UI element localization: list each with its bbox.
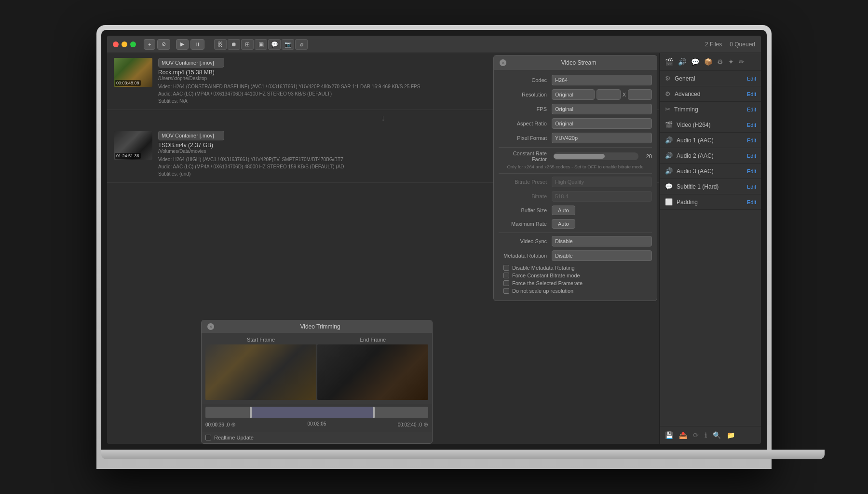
start-frame-image: [205, 344, 316, 400]
save-icon[interactable]: 💾: [664, 430, 674, 440]
record-button[interactable]: ⏺: [228, 39, 240, 50]
crf-slider[interactable]: [554, 152, 638, 160]
trim-selection: [250, 407, 372, 418]
audio3-edit-link[interactable]: Edit: [747, 168, 756, 174]
speech-button[interactable]: 💬: [268, 39, 281, 50]
sidebar-icon-video[interactable]: 🎬: [664, 57, 674, 67]
checkbox-row-1: Disable Metadata Rotating: [499, 265, 652, 271]
sidebar-bottom-icons: 💾 📤 ⟳ ℹ 🔍 📁: [660, 426, 761, 444]
aspect-ratio-label: Aspect Ratio: [499, 121, 552, 126]
audio3-icon: 🔊: [665, 167, 673, 175]
play-button[interactable]: ▶: [176, 39, 189, 50]
metadata-rotation-select[interactable]: Disable: [552, 250, 652, 261]
trim-slider-track[interactable]: [205, 407, 428, 418]
sidebar-icon-wand[interactable]: ✦: [727, 57, 735, 67]
add-file-button[interactable]: +: [144, 39, 155, 50]
resolution-x: X: [623, 92, 626, 97]
general-icon: ⚙: [665, 75, 671, 82]
toolbar-tools-group: ⛓ ⏺ ⊞ ▣ 💬 📷 ⌀: [214, 39, 308, 50]
buffer-size-auto-btn[interactable]: Auto: [552, 206, 575, 215]
stop-button[interactable]: ⊘: [157, 39, 170, 50]
realtime-checkbox[interactable]: [205, 435, 211, 440]
search-bottom-icon[interactable]: 🔍: [712, 430, 722, 440]
resolution-height[interactable]: [628, 89, 652, 100]
info-icon[interactable]: ℹ: [704, 430, 708, 440]
bitrate-preset-select[interactable]: High Quality: [552, 177, 652, 187]
audio1-icon: 🔊: [665, 137, 673, 144]
checkbox-constant-bitrate[interactable]: [503, 273, 509, 278]
vs-close-button[interactable]: ✕: [500, 59, 506, 66]
maximum-rate-row: Maximum Rate Auto: [499, 219, 652, 229]
trimming-title: Video Trimming: [214, 323, 426, 330]
subtitle1-edit-link[interactable]: Edit: [747, 184, 756, 190]
aspect-ratio-select[interactable]: Original: [552, 118, 652, 129]
video-label: Video (H264): [677, 122, 711, 128]
grid-button[interactable]: ⊞: [241, 39, 254, 50]
folder-icon[interactable]: 📁: [726, 430, 736, 440]
export-icon[interactable]: 📤: [678, 430, 688, 440]
padding-edit-link[interactable]: Edit: [747, 199, 756, 205]
minimize-button[interactable]: [122, 41, 127, 47]
camera-button[interactable]: 📷: [282, 39, 294, 50]
padding-label: Padding: [677, 199, 698, 206]
sidebar-icon-package[interactable]: 📦: [703, 57, 713, 67]
checkbox-no-scale-up[interactable]: [503, 288, 509, 294]
slash-button[interactable]: ⌀: [295, 39, 308, 50]
bitrate-preset-label: Bitrate Preset: [499, 179, 552, 185]
convert-icon[interactable]: ⟳: [692, 430, 700, 440]
trim-handle-start[interactable]: [250, 407, 252, 418]
crf-row: Constant Rate Factor 20: [499, 151, 652, 162]
sidebar-icon-audio[interactable]: 🔊: [677, 57, 687, 67]
format-select-rock[interactable]: MOV Container [.mov]: [158, 58, 224, 68]
video-edit-link[interactable]: Edit: [747, 122, 756, 128]
pause-button[interactable]: ⏸: [190, 39, 204, 50]
maximum-rate-auto-btn[interactable]: Auto: [552, 219, 575, 229]
sidebar-section-trimming: ✂ Trimming Edit: [660, 102, 761, 117]
maximize-button[interactable]: [130, 41, 136, 47]
toolbar-add-group: + ⊘: [144, 39, 170, 50]
trimming-close-button[interactable]: ✕: [207, 323, 214, 330]
resolution-width[interactable]: [597, 89, 621, 100]
format-select-tsob[interactable]: MOV Container [.mov]: [158, 131, 224, 140]
checkbox-label-3: Force the Selected Framerate: [512, 280, 583, 286]
sidebar-top-icons: 🎬 🔊 💬 📦 ⚙ ✦ ✏: [660, 53, 761, 71]
end-time-value: 00:02:40: [398, 422, 417, 427]
end-frame-label: End Frame: [317, 337, 428, 343]
codec-select[interactable]: H264: [552, 75, 652, 85]
audio2-label: Audio 2 (AAC): [677, 152, 714, 159]
file-thumbnail-rock: 00:03:48.08: [114, 58, 152, 87]
resolution-select[interactable]: Original: [552, 89, 595, 100]
frame-button[interactable]: ▣: [255, 39, 267, 50]
video-sync-select[interactable]: Disable: [552, 236, 652, 247]
audio1-label: Audio 1 (AAC): [677, 137, 714, 144]
close-button[interactable]: [113, 41, 119, 47]
mid-time-display: 00:02:05: [308, 421, 326, 428]
audio3-label: Audio 3 (AAC): [677, 168, 714, 175]
link-button[interactable]: ⛓: [214, 39, 227, 50]
audio1-edit-link[interactable]: Edit: [747, 137, 756, 143]
checkbox-framerate[interactable]: [503, 280, 509, 286]
advanced-edit-link[interactable]: Edit: [747, 91, 756, 97]
sidebar-icon-tools[interactable]: ⚙: [716, 57, 724, 67]
laptop-shell: + ⊘ ▶ ⏸ ⛓ ⏺ ⊞ ▣ 💬 �: [96, 25, 772, 469]
fps-select[interactable]: Original: [552, 104, 652, 114]
buffer-size-row: Buffer Size Auto: [499, 206, 652, 215]
trim-times: 00:00:36 .0 ⊕ 00:02:05 00:02:40 .0 ⊕: [205, 420, 428, 429]
vs-body: Codec H264 Resolution Original: [494, 70, 657, 301]
sidebar-icon-pen[interactable]: ✏: [738, 57, 746, 67]
audio2-edit-link[interactable]: Edit: [747, 153, 756, 159]
screen-bezel: + ⊘ ▶ ⏸ ⛓ ⏺ ⊞ ▣ 💬 �: [101, 30, 767, 450]
general-edit-link[interactable]: Edit: [747, 76, 756, 82]
sidebar-icon-subtitle[interactable]: 💬: [690, 57, 700, 67]
checkbox-metadata-rotating[interactable]: [503, 265, 509, 271]
trimming-header: ✕ Video Trimming: [202, 320, 432, 333]
start-time-display: 00:00:36 .0 ⊕: [205, 421, 236, 428]
bitrate-preset-row: Bitrate Preset High Quality: [499, 177, 652, 187]
trim-handle-end[interactable]: [373, 407, 375, 418]
trimming-edit-link[interactable]: Edit: [747, 107, 756, 112]
pixel-format-select[interactable]: YUV420p: [552, 133, 652, 143]
sidebar-section-audio3: 🔊 Audio 3 (AAC) Edit: [660, 164, 761, 179]
sidebar-section-padding: ⬜ Padding Edit: [660, 194, 761, 210]
bitrate-select[interactable]: 518.4: [552, 191, 652, 202]
aspect-ratio-row: Aspect Ratio Original: [499, 118, 652, 129]
